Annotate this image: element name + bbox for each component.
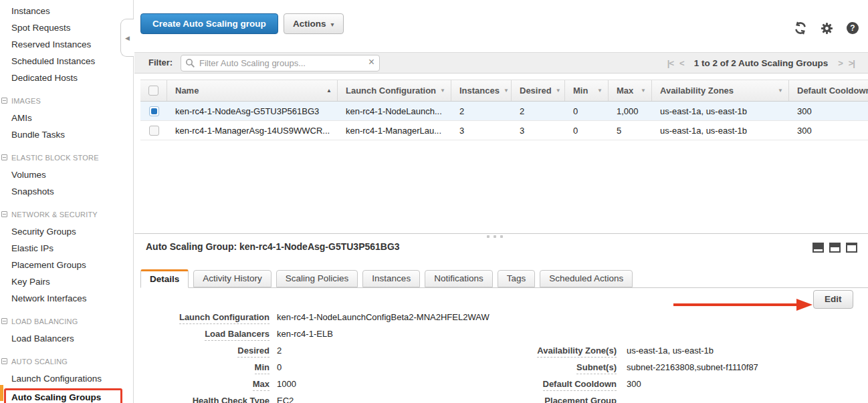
sidebar-item[interactable]: Reserved Instances xyxy=(0,36,133,53)
sidebar-item[interactable]: Load Balancers xyxy=(0,330,133,347)
section-collapse-icon[interactable] xyxy=(1,98,7,104)
cell-availability-zones: us-east-1a, us-east-1b xyxy=(652,102,789,120)
section-collapse-icon[interactable] xyxy=(1,318,7,324)
cell-default-cooldown: 300 xyxy=(789,102,868,120)
cell-name: ken-rc4-1-ManagerAsg-14US9WWCR... xyxy=(167,121,338,140)
sidebar-item-label: IMAGES xyxy=(11,97,41,105)
field-label: Load Balancers xyxy=(140,329,269,339)
refresh-icon[interactable] xyxy=(794,21,807,35)
sidebar-item-label: Volumes xyxy=(11,170,46,180)
sort-icon[interactable]: ▼ xyxy=(552,88,561,94)
sidebar-item[interactable]: Spot Requests xyxy=(0,19,133,36)
sidebar-item[interactable]: Auto Scaling Groups xyxy=(4,388,122,403)
column-header-label: Default Cooldown xyxy=(797,86,868,96)
column-header[interactable]: Default Cooldown xyxy=(789,80,868,101)
gear-icon[interactable] xyxy=(821,22,833,35)
detail-tab[interactable]: Activity History xyxy=(193,270,272,287)
detail-tab[interactable]: Notifications xyxy=(425,270,493,287)
sidebar-item[interactable]: AUTO SCALING xyxy=(0,354,133,370)
select-all-checkbox[interactable] xyxy=(148,86,158,96)
sidebar-item-label: Placement Groups xyxy=(11,260,86,270)
sidebar-item-label: Key Pairs xyxy=(11,277,50,287)
sidebar-item[interactable]: Dedicated Hosts xyxy=(0,70,133,86)
sort-icon[interactable]: ▼ xyxy=(500,88,509,94)
detail-tab[interactable]: Scheduled Actions xyxy=(540,270,633,287)
sidebar-item[interactable]: Snapshots xyxy=(0,183,133,200)
first-page-icon[interactable]: |< xyxy=(667,58,673,68)
column-header-label: Launch Configuration xyxy=(346,86,436,96)
table-row[interactable]: ken-rc4-1-ManagerAsg-14US9WWCR... ken-rc… xyxy=(140,121,868,140)
sort-icon[interactable]: ▼ xyxy=(593,88,603,94)
edit-button[interactable]: Edit xyxy=(813,290,853,309)
row-checkbox[interactable] xyxy=(149,106,159,116)
table-header: Name ▲ Launch Configuration ▼ Instances … xyxy=(140,80,868,102)
field-label: Desired xyxy=(140,346,269,356)
last-page-icon[interactable]: >| xyxy=(849,58,855,68)
sidebar-item[interactable]: AMIs xyxy=(0,110,133,126)
sort-icon[interactable]: ▲ xyxy=(322,88,332,94)
cell-availability-zones: us-east-1a, us-east-1b xyxy=(652,121,789,140)
column-header[interactable]: Instances ▼ xyxy=(451,80,512,101)
row-checkbox[interactable] xyxy=(149,126,159,136)
column-header[interactable]: Desired ▼ xyxy=(512,80,565,101)
field-value: 2 xyxy=(277,346,282,356)
detail-field-row: Placement Group xyxy=(509,396,758,403)
column-header[interactable]: Min ▼ xyxy=(565,80,609,101)
sidebar-collapse-toggle[interactable]: ◀ xyxy=(120,19,134,57)
detail-tab[interactable]: Details xyxy=(140,269,189,288)
section-collapse-icon[interactable] xyxy=(1,154,7,160)
sort-icon[interactable]: ▼ xyxy=(436,88,445,94)
sidebar-item[interactable]: Placement Groups xyxy=(0,257,133,273)
sidebar-item[interactable]: Security Groups xyxy=(0,223,133,240)
pane-layout-large-icon[interactable] xyxy=(846,243,857,253)
annotation-orange-marker xyxy=(0,385,3,401)
sidebar-item[interactable]: Network Interfaces xyxy=(0,290,133,307)
clear-filter-icon[interactable]: × xyxy=(368,56,374,68)
actions-button[interactable]: Actions▾ xyxy=(284,13,344,34)
sidebar-item[interactable]: NETWORK & SECURITY xyxy=(0,207,133,223)
field-value: EC2 xyxy=(277,396,294,403)
table-row[interactable]: ken-rc4-1-NodeAsg-G5TU3P561BG3 ken-rc4-1… xyxy=(140,102,868,121)
pane-layout-medium-icon[interactable] xyxy=(829,243,841,253)
create-auto-scaling-group-button[interactable]: Create Auto Scaling group xyxy=(140,13,278,34)
pane-resize-handle[interactable] xyxy=(487,235,503,238)
sidebar-item[interactable]: IMAGES xyxy=(0,93,133,110)
section-collapse-icon[interactable] xyxy=(1,358,7,364)
detail-tab[interactable]: Scaling Policies xyxy=(276,270,358,287)
field-value: us-east-1a, us-east-1b xyxy=(627,346,714,356)
sidebar-item-label: AMIs xyxy=(11,113,32,123)
sidebar-item[interactable]: Key Pairs xyxy=(0,273,133,290)
column-header[interactable]: Name ▲ xyxy=(167,80,338,101)
detail-tab[interactable]: Instances xyxy=(362,270,420,287)
sidebar-item[interactable]: Bundle Tasks xyxy=(0,126,133,143)
detail-fields-left: Launch Configuration ken-rc4-1-NodeLaunc… xyxy=(140,312,490,403)
column-header[interactable]: Max ▼ xyxy=(609,80,652,101)
sidebar-item[interactable]: Scheduled Instances xyxy=(0,53,133,70)
sort-icon[interactable]: ▼ xyxy=(637,88,646,94)
field-value: ken-rc4-1-ELB xyxy=(277,329,333,339)
help-icon[interactable]: ? xyxy=(847,22,859,34)
sidebar-item[interactable]: LOAD BALANCING xyxy=(0,313,133,330)
detail-field-row: Default Cooldown 300 xyxy=(509,379,758,389)
next-page-icon[interactable]: > xyxy=(838,58,843,68)
filter-label: Filter: xyxy=(148,53,173,73)
sort-icon[interactable]: ▼ xyxy=(774,88,783,94)
sidebar-item[interactable]: Elastic IPs xyxy=(0,240,133,257)
field-value: 300 xyxy=(627,379,641,389)
sidebar-item[interactable]: Instances xyxy=(0,3,133,19)
pane-layout-small-icon[interactable] xyxy=(812,243,824,253)
sidebar-item[interactable]: Launch Configurations xyxy=(0,370,133,387)
sidebar-item-label: Load Balancers xyxy=(11,333,74,344)
sidebar-item[interactable]: Volumes xyxy=(0,166,133,183)
detail-tab[interactable]: Tags xyxy=(498,270,536,287)
section-collapse-icon[interactable] xyxy=(1,211,7,217)
sidebar-item[interactable]: ELASTIC BLOCK STORE xyxy=(0,150,133,166)
pane-layout-controls xyxy=(812,243,857,253)
detail-field-row: Subnet(s) subnet-22163808,subnet-f1110f8… xyxy=(509,362,758,372)
column-header[interactable]: Launch Configuration ▼ xyxy=(338,80,451,101)
previous-page-icon[interactable]: < xyxy=(679,58,684,68)
sidebar-item-label: Auto Scaling Groups xyxy=(11,392,101,402)
sidebar-item-label: NETWORK & SECURITY xyxy=(11,211,98,219)
filter-input[interactable] xyxy=(181,55,380,72)
column-header[interactable]: Availability Zones ▼ xyxy=(652,80,789,101)
